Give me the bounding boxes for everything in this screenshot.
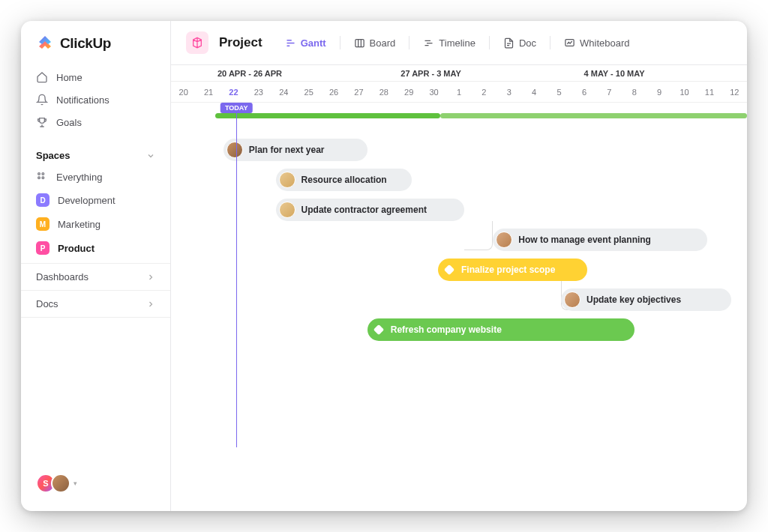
- spaces-header[interactable]: Spaces: [27, 145, 164, 166]
- day-header: 5: [547, 82, 572, 102]
- app-window: ClickUp Home Notifications Goals Spaces: [21, 21, 747, 511]
- day-header: 27: [346, 82, 371, 102]
- diamond-icon: [444, 265, 454, 275]
- logo-text: ClickUp: [60, 35, 111, 52]
- timeline-icon: [423, 37, 434, 49]
- trophy-icon: [36, 116, 48, 128]
- view-tab-board[interactable]: Board: [346, 33, 404, 53]
- view-tab-timeline[interactable]: Timeline: [416, 33, 483, 53]
- connector: [464, 221, 493, 250]
- view-tab-whiteboard[interactable]: Whiteboard: [556, 33, 637, 53]
- board-icon: [354, 37, 365, 49]
- spaces-header-label: Spaces: [36, 150, 70, 161]
- task-bar[interactable]: Update key objectives: [561, 288, 731, 311]
- task-bar[interactable]: Update contractor agreement: [276, 199, 464, 221]
- gantt-body[interactable]: TODAYPlan for next yearResource allocati…: [171, 103, 747, 447]
- separator: [340, 36, 340, 49]
- space-everything[interactable]: Everything: [27, 166, 164, 188]
- space-product[interactable]: P Product: [27, 236, 164, 260]
- avatar-stack[interactable]: S: [36, 474, 70, 493]
- task-bar[interactable]: Refresh company website: [368, 318, 634, 341]
- separator: [409, 36, 410, 49]
- task-bar[interactable]: Plan for next year: [224, 139, 368, 161]
- view-label: Board: [370, 37, 396, 49]
- logo-icon: [36, 34, 54, 52]
- task-label: Update key objectives: [586, 294, 681, 305]
- day-header: 7: [597, 82, 622, 102]
- bell-icon: [36, 94, 48, 106]
- day-header: 21: [196, 82, 220, 102]
- space-badge: D: [36, 193, 50, 207]
- task-label: Plan for next year: [249, 145, 325, 155]
- nav-label: Notifications: [56, 94, 110, 106]
- task-avatar: [279, 172, 296, 188]
- space-label: Everything: [56, 172, 102, 183]
- grid-icon: [36, 171, 48, 183]
- nav-label: Goals: [56, 117, 82, 128]
- day-header: 29: [397, 82, 422, 102]
- chevron-down-icon: [146, 151, 155, 160]
- week-row: 20 APR - 26 APR27 APR - 3 MAY4 MAY - 10 …: [171, 65, 747, 82]
- sidebar-footer: S ▾: [21, 466, 170, 501]
- space-marketing[interactable]: M Marketing: [27, 212, 164, 236]
- doc-icon: [503, 37, 514, 49]
- day-header: 22: [221, 82, 246, 102]
- task-label: How to manage event planning: [518, 235, 651, 245]
- day-header: 2: [472, 82, 496, 102]
- week-header: 20 APR - 26 APR: [171, 65, 354, 81]
- day-row: 2021222324252627282930123456789101112: [171, 82, 747, 103]
- sidebar: ClickUp Home Notifications Goals Spaces: [21, 21, 171, 511]
- nav-notifications[interactable]: Notifications: [27, 88, 164, 111]
- day-header: 6: [572, 82, 596, 102]
- space-development[interactable]: D Development: [27, 188, 164, 212]
- svg-point-1: [42, 173, 44, 175]
- view-label: Timeline: [439, 37, 476, 49]
- whiteboard-icon: [564, 37, 575, 49]
- home-icon: [36, 71, 48, 83]
- task-bar[interactable]: How to manage event planning: [493, 229, 707, 251]
- svg-point-2: [38, 177, 40, 179]
- nav-home[interactable]: Home: [27, 66, 164, 88]
- project-icon: [186, 31, 208, 54]
- space-badge: M: [36, 217, 50, 231]
- day-header: 24: [272, 82, 296, 102]
- view-label: Whiteboard: [580, 37, 629, 49]
- task-label: Resource allocation: [302, 175, 387, 185]
- day-header: 8: [622, 82, 646, 102]
- view-tab-doc[interactable]: Doc: [496, 33, 544, 53]
- task-avatar: [564, 291, 580, 308]
- week-header: 4 MAY - 10 MAY: [538, 65, 721, 81]
- day-header: 11: [697, 82, 722, 102]
- svg-point-3: [42, 177, 44, 179]
- task-label: Finalize project scope: [461, 265, 555, 275]
- caret-icon[interactable]: ▾: [74, 480, 77, 487]
- chevron-right-icon: [146, 273, 155, 282]
- svg-point-0: [38, 173, 40, 175]
- project-title: Project: [219, 35, 262, 50]
- space-label: Development: [58, 195, 116, 206]
- task-avatar: [496, 232, 512, 248]
- nav-label: Docs: [36, 298, 58, 309]
- view-tab-gantt[interactable]: Gantt: [278, 33, 334, 53]
- nav-label: Home: [56, 72, 82, 83]
- diamond-icon: [374, 324, 384, 335]
- main: Project Gantt Board Timeline Doc: [171, 21, 747, 511]
- header-bar: Project Gantt Board Timeline Doc: [171, 21, 747, 65]
- nav-label: Dashboards: [36, 271, 88, 282]
- separator: [550, 36, 550, 49]
- timeline-area: 20 APR - 26 APR27 APR - 3 MAY4 MAY - 10 …: [171, 65, 747, 511]
- nav-goals[interactable]: Goals: [27, 111, 164, 133]
- logo[interactable]: ClickUp: [21, 34, 170, 66]
- view-label: Doc: [519, 37, 536, 49]
- nav-dashboards[interactable]: Dashboards: [21, 263, 170, 290]
- spaces-section: Spaces Everything D Development M Market…: [21, 133, 170, 263]
- day-header: 4: [521, 82, 546, 102]
- task-label: Update contractor agreement: [302, 205, 427, 215]
- task-bar[interactable]: Finalize project scope: [438, 259, 587, 281]
- nav-docs[interactable]: Docs: [21, 290, 170, 318]
- task-bar[interactable]: Resource allocation: [276, 169, 412, 191]
- nav-list: Home Notifications Goals: [21, 66, 170, 133]
- day-header: 12: [722, 82, 747, 102]
- day-header: 3: [496, 82, 521, 102]
- day-header: 23: [246, 82, 271, 102]
